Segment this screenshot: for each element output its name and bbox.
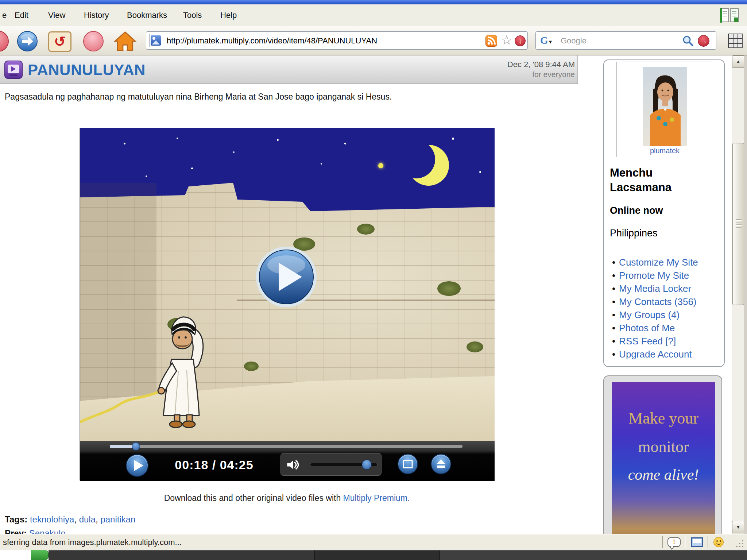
site-favicon (149, 34, 162, 47)
menu-history[interactable]: History (84, 4, 109, 26)
seek-handle[interactable] (132, 442, 140, 451)
sidebar-link-media-locker[interactable]: •My Media Locker (610, 283, 698, 296)
home-button[interactable] (114, 31, 136, 52)
menu-help[interactable]: Help (220, 4, 237, 26)
bookmark-star-icon[interactable]: ☆ (501, 32, 512, 48)
tag-link-panitikan[interactable]: panitikan (100, 514, 135, 524)
window-status-icon[interactable] (691, 537, 703, 547)
sidebar-link-rss[interactable]: •RSS Feed [?] (610, 336, 698, 349)
eject-button[interactable] (431, 454, 451, 474)
sidebar-link-promote[interactable]: •Promote My Site (610, 270, 698, 283)
menu-edit[interactable]: Edit (15, 4, 28, 26)
profile-username-link[interactable]: plumatek (617, 147, 713, 155)
cartoon-character (143, 305, 224, 429)
download-text: Download this and other original video f… (164, 493, 343, 503)
tag-link-dula[interactable]: dula (79, 514, 96, 524)
ad-text-line1: Make your (612, 409, 715, 428)
video-player[interactable]: 00:18 / 04:25 (80, 128, 494, 480)
sidebar-link-contacts[interactable]: •My Contacts (356) (610, 296, 698, 309)
volume-handle[interactable] (362, 460, 372, 470)
dictionary-extension-icon[interactable] (719, 7, 740, 24)
tag-separator: , (74, 514, 79, 524)
post-description: Pagsasadula ng paghahanap ng matutuluyan… (5, 92, 392, 102)
video-category-icon (4, 61, 23, 79)
bullet-icon: • (612, 283, 615, 294)
profile-name: Menchu Lacsamana (610, 166, 694, 195)
status-separator (708, 536, 708, 548)
window-border (744, 55, 747, 534)
go-arrow-glyph: → (700, 37, 707, 45)
google-logo-icon[interactable]: G (540, 35, 548, 46)
menu-file-fragment[interactable]: e (2, 4, 7, 26)
scroll-down-button[interactable]: ▼ (732, 521, 744, 533)
fullscreen-button[interactable] (398, 454, 418, 474)
resize-grip[interactable] (735, 539, 744, 548)
taskbar-segment[interactable] (440, 550, 747, 560)
taskbar-strip[interactable] (0, 550, 747, 560)
online-status: Online now (610, 205, 663, 216)
grid-icon[interactable] (727, 33, 743, 49)
profile-location: Philippines (610, 228, 658, 239)
back-button[interactable] (0, 31, 9, 52)
seek-bar[interactable] (110, 445, 462, 448)
post-header: PANUNULUYAN Dec 2, '08 9:44 AM for every… (0, 55, 578, 84)
forward-button[interactable] (17, 31, 38, 52)
bullet-icon: • (612, 257, 615, 268)
profile-photo-frame: plumatek (616, 62, 713, 157)
sidebar-link-upgrade[interactable]: •Upgrade Account (610, 349, 698, 362)
window-titlebar[interactable] (0, 0, 747, 4)
profile-photo[interactable] (643, 67, 687, 146)
tags-row: Tags: teknolohiya, dula, panitikan (5, 514, 135, 525)
post-audience: for everyone (465, 70, 575, 79)
ad-banner[interactable]: Make your monitor come alive! (612, 382, 715, 557)
page-title: PANUNULUYAN (28, 61, 146, 79)
download-note: Download this and other original video f… (80, 493, 494, 503)
scroll-grip (736, 219, 742, 229)
taskbar-segment[interactable] (314, 550, 440, 560)
player-controls: 00:18 / 04:25 (80, 441, 495, 481)
ad-text-line2: monitor (612, 437, 715, 456)
play-overlay-button[interactable] (255, 246, 317, 308)
multiply-premium-link[interactable]: Multiply Premium. (343, 493, 410, 503)
play-button[interactable] (126, 454, 148, 477)
status-text: sferring data from images.plumatek.multi… (3, 534, 182, 551)
ad-box: Make your monitor come alive! (603, 375, 722, 560)
vertical-scrollbar[interactable]: ▲ ▼ (732, 55, 744, 534)
video-thumbnail (80, 128, 495, 441)
taskbar-segment[interactable] (49, 550, 314, 560)
smiley-icon[interactable] (713, 537, 724, 547)
post-date: Dec 2, '08 9:44 AM (465, 60, 575, 69)
search-input[interactable]: Google (561, 36, 587, 46)
search-engine-caret-icon[interactable]: ▾ (549, 38, 552, 45)
scroll-thumb[interactable] (732, 143, 744, 305)
search-box[interactable]: G ▾ Google → (535, 31, 716, 50)
tag-link-teknolohiya[interactable]: teknolohiya (30, 514, 74, 524)
menu-bookmarks[interactable]: Bookmarks (127, 4, 167, 26)
address-bar[interactable]: http://plumatek.multiply.com/video/item/… (146, 31, 528, 50)
ad-text-line3: come alive! (612, 466, 715, 483)
reload-button[interactable]: ↺ (48, 31, 71, 52)
download-arrow-icon[interactable]: ↓ (515, 35, 526, 46)
time-display: 00:18 / 04:25 (157, 458, 271, 472)
menu-view[interactable]: View (48, 4, 65, 26)
volume-panel (280, 453, 382, 476)
scroll-up-button[interactable]: ▲ (732, 55, 744, 68)
search-go-icon[interactable]: → (698, 35, 709, 47)
down-arrow-glyph: ↓ (518, 37, 522, 45)
reload-icon: ↺ (54, 34, 66, 49)
menu-tools[interactable]: Tools (183, 4, 202, 26)
stop-button[interactable] (83, 31, 104, 51)
start-button-fragment[interactable] (31, 550, 49, 560)
magnifier-icon[interactable] (682, 35, 694, 47)
speaker-icon[interactable] (286, 459, 301, 472)
tag-separator: , (96, 514, 100, 524)
message-bubble-icon[interactable]: ! (667, 537, 681, 547)
sidebar-link-photos[interactable]: •Photos of Me (610, 323, 698, 336)
menu-bar: e Edit View History Bookmarks Tools Help (0, 4, 747, 26)
scroll-down-icon: ▼ (736, 524, 741, 530)
rss-icon[interactable] (485, 35, 497, 47)
sidebar-link-customize[interactable]: •Customize My Site (610, 257, 698, 270)
sidebar-link-groups[interactable]: •My Groups (4) (610, 309, 698, 323)
url-text[interactable]: http://plumatek.multiply.com/video/item/… (167, 36, 377, 46)
status-separator (685, 536, 686, 548)
